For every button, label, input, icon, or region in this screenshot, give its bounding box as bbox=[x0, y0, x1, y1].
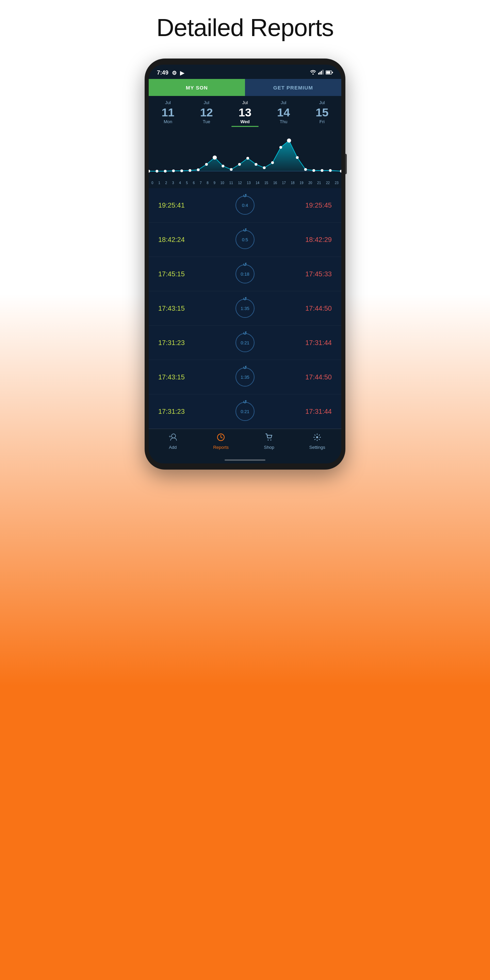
svg-rect-3 bbox=[321, 71, 322, 75]
status-right bbox=[310, 70, 333, 76]
cal-weekday: Tue bbox=[203, 119, 210, 124]
svg-point-10 bbox=[156, 170, 158, 172]
nav-label-add: Add bbox=[169, 445, 177, 450]
calendar-day-12[interactable]: Jul 12 Tue bbox=[187, 100, 226, 127]
record-end-time: 18:42:29 bbox=[259, 236, 332, 243]
svg-point-16 bbox=[205, 163, 208, 166]
x-label-5: 5 bbox=[186, 181, 188, 185]
record-end-time: 17:44:50 bbox=[259, 305, 332, 312]
duration-circle: ↺ 1:35 bbox=[235, 368, 255, 387]
record-row: 17:31:23 ↺ 0:21 17:31:44 bbox=[149, 395, 341, 429]
cal-date: 12 bbox=[200, 106, 213, 119]
duration-circle: ↺ 0:4 bbox=[235, 196, 255, 215]
record-end-time: 17:44:50 bbox=[259, 373, 332, 381]
svg-point-19 bbox=[230, 168, 233, 171]
settings-icon: ⚙ bbox=[172, 70, 177, 76]
svg-rect-2 bbox=[320, 72, 321, 75]
cal-date: 14 bbox=[277, 106, 290, 119]
record-duration: ↺ 0:4 bbox=[231, 196, 259, 215]
nav-item-shop[interactable]: Shop bbox=[245, 433, 293, 450]
cal-weekday: Thu bbox=[280, 119, 287, 124]
cal-date: 11 bbox=[162, 106, 175, 119]
calendar-day-14[interactable]: Jul 14 Thu bbox=[264, 100, 303, 127]
calendar-row: Jul 11 Mon Jul 12 Tue Jul 13 Wed Jul 14 … bbox=[149, 96, 341, 127]
x-label-14: 14 bbox=[256, 181, 259, 185]
calendar-day-15[interactable]: Jul 15 Fri bbox=[303, 100, 341, 127]
svg-point-36 bbox=[267, 440, 269, 441]
svg-point-18 bbox=[221, 165, 224, 167]
side-button bbox=[345, 154, 347, 174]
x-label-22: 22 bbox=[326, 181, 330, 185]
tab-my-son[interactable]: MY SON bbox=[149, 79, 245, 96]
nav-item-reports[interactable]: Reports bbox=[197, 433, 245, 450]
play-icon: ▶ bbox=[180, 70, 184, 76]
chart-x-labels: 01234567891011121314151617181920212223 bbox=[149, 181, 341, 185]
status-left: 7:49 ⚙ ▶ bbox=[157, 69, 184, 76]
svg-point-38 bbox=[316, 436, 318, 438]
record-start-time: 18:42:24 bbox=[158, 236, 231, 243]
nav-label-settings: Settings bbox=[309, 445, 325, 450]
home-bar bbox=[224, 460, 266, 461]
svg-rect-4 bbox=[322, 70, 324, 75]
duration-value: 1:35 bbox=[240, 306, 249, 311]
record-duration: ↺ 0:18 bbox=[231, 264, 259, 283]
nav-item-add[interactable]: + Add bbox=[149, 433, 197, 450]
record-row: 17:43:15 ↺ 1:35 17:44:50 bbox=[149, 291, 341, 326]
cal-weekday: Fri bbox=[320, 119, 325, 124]
duration-circle: ↺ 0:5 bbox=[235, 230, 255, 249]
svg-point-24 bbox=[271, 161, 274, 164]
svg-point-14 bbox=[189, 169, 191, 172]
svg-point-11 bbox=[164, 170, 166, 172]
duration-circle: ↺ 0:21 bbox=[235, 333, 255, 352]
svg-point-21 bbox=[247, 157, 249, 159]
gear-icon bbox=[313, 433, 321, 443]
svg-point-13 bbox=[180, 169, 183, 172]
page-wrapper: Detailed Reports 7:49 ⚙ ▶ bbox=[123, 0, 368, 490]
clock-icon bbox=[217, 433, 225, 443]
record-start-time: 19:25:41 bbox=[158, 202, 231, 209]
x-label-1: 1 bbox=[158, 181, 160, 185]
calendar-day-11[interactable]: Jul 11 Mon bbox=[149, 100, 187, 127]
svg-point-26 bbox=[287, 138, 291, 143]
nav-item-settings[interactable]: Settings bbox=[293, 433, 342, 450]
duration-value: 1:35 bbox=[240, 375, 249, 380]
x-label-2: 2 bbox=[165, 181, 167, 185]
svg-rect-7 bbox=[332, 72, 333, 73]
svg-text:+: + bbox=[169, 434, 171, 439]
duration-circle: ↺ 0:21 bbox=[235, 402, 255, 421]
svg-point-25 bbox=[279, 146, 282, 149]
duration-value: 0:4 bbox=[242, 203, 248, 208]
x-label-19: 19 bbox=[299, 181, 303, 185]
record-start-time: 17:43:15 bbox=[158, 305, 231, 312]
svg-point-33 bbox=[172, 434, 176, 438]
record-duration: ↺ 0:21 bbox=[231, 402, 259, 421]
cal-month: Jul bbox=[242, 100, 248, 105]
x-label-3: 3 bbox=[172, 181, 174, 185]
record-row: 17:45:15 ↺ 0:18 17:45:33 bbox=[149, 257, 341, 291]
record-duration: ↺ 0:5 bbox=[231, 230, 259, 249]
svg-point-9 bbox=[149, 170, 150, 172]
records-list: 19:25:41 ↺ 0:4 19:25:45 18:42:24 ↺ 0:5 1… bbox=[149, 188, 341, 429]
add-person-icon: + bbox=[168, 433, 178, 443]
svg-point-32 bbox=[340, 170, 341, 172]
nav-label-reports: Reports bbox=[213, 445, 229, 450]
cal-weekday: Mon bbox=[164, 119, 172, 124]
svg-point-37 bbox=[270, 440, 271, 441]
x-label-16: 16 bbox=[273, 181, 277, 185]
duration-value: 0:21 bbox=[240, 409, 249, 414]
record-row: 18:42:24 ↺ 0:5 18:42:29 bbox=[149, 223, 341, 257]
record-row: 19:25:41 ↺ 0:4 19:25:45 bbox=[149, 188, 341, 223]
tab-premium[interactable]: GET PREMIUM bbox=[245, 79, 341, 96]
x-label-11: 11 bbox=[229, 181, 233, 185]
x-label-4: 4 bbox=[179, 181, 181, 185]
duration-value: 0:5 bbox=[242, 237, 248, 242]
x-label-0: 0 bbox=[151, 181, 153, 185]
record-end-time: 17:45:33 bbox=[259, 270, 332, 278]
x-label-13: 13 bbox=[247, 181, 250, 185]
duration-circle: ↺ 0:18 bbox=[235, 264, 255, 283]
svg-point-0 bbox=[312, 73, 314, 75]
calendar-day-13[interactable]: Jul 13 Wed bbox=[226, 100, 264, 127]
x-label-9: 9 bbox=[214, 181, 216, 185]
x-label-7: 7 bbox=[200, 181, 202, 185]
svg-point-15 bbox=[197, 169, 200, 171]
